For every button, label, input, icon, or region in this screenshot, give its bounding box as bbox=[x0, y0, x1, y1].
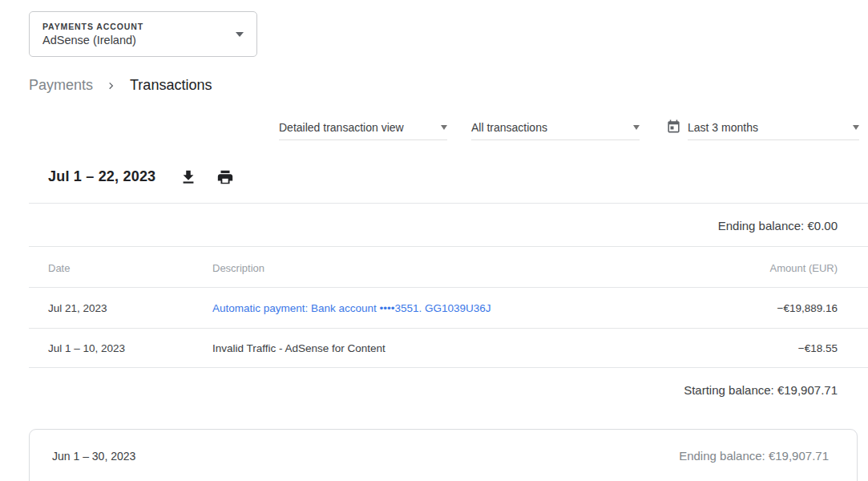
transaction-type-value: All transactions bbox=[471, 121, 547, 134]
chevron-down-icon bbox=[853, 125, 859, 130]
transaction-type-dropdown[interactable]: All transactions bbox=[471, 115, 640, 140]
calendar-icon bbox=[666, 119, 681, 134]
period-title: Jul 1 – 22, 2023 bbox=[48, 168, 155, 185]
breadcrumb: Payments Transactions bbox=[29, 77, 212, 94]
transaction-description-link[interactable]: Automatic payment: Bank account ••••3551… bbox=[212, 302, 491, 314]
column-header-amount: Amount (EUR) bbox=[769, 262, 838, 274]
chevron-down-icon bbox=[236, 32, 244, 37]
chevron-down-icon bbox=[633, 125, 640, 130]
divider bbox=[29, 328, 868, 329]
divider bbox=[29, 246, 868, 247]
table-row-amount: −€19,889.16 bbox=[777, 302, 838, 314]
divider bbox=[29, 203, 868, 204]
payments-account-selector[interactable]: PAYMENTS ACCOUNT AdSense (Ireland) bbox=[29, 11, 257, 57]
table-row-amount: −€18.55 bbox=[798, 342, 838, 354]
previous-period-ending-balance: Ending balance: €19,907.71 bbox=[679, 449, 829, 463]
payments-account-label: PAYMENTS ACCOUNT bbox=[42, 22, 236, 31]
column-header-description: Description bbox=[212, 262, 264, 274]
table-row-date: Jul 21, 2023 bbox=[48, 302, 107, 314]
table-row-date: Jul 1 – 10, 2023 bbox=[48, 342, 125, 354]
download-button[interactable] bbox=[180, 168, 197, 186]
breadcrumb-current: Transactions bbox=[130, 77, 212, 94]
chevron-down-icon bbox=[441, 125, 447, 130]
transaction-view-dropdown[interactable]: Detailed transaction view bbox=[279, 115, 447, 140]
column-header-date: Date bbox=[48, 262, 70, 274]
divider bbox=[29, 287, 868, 288]
printer-icon bbox=[216, 168, 234, 186]
ending-balance: Ending balance: €0.00 bbox=[718, 219, 838, 232]
print-button[interactable] bbox=[216, 168, 234, 186]
date-range-value: Last 3 months bbox=[688, 121, 758, 134]
transaction-view-value: Detailed transaction view bbox=[279, 121, 404, 134]
breadcrumb-payments-link[interactable]: Payments bbox=[29, 77, 93, 94]
payments-account-texts: PAYMENTS ACCOUNT AdSense (Ireland) bbox=[42, 22, 236, 46]
previous-period-card[interactable]: Jun 1 – 30, 2023 Ending balance: €19,907… bbox=[29, 429, 858, 481]
transactions-page: PAYMENTS ACCOUNT AdSense (Ireland) Payme… bbox=[0, 0, 868, 481]
table-row-description: Invalid Traffic - AdSense for Content bbox=[212, 342, 386, 354]
chevron-right-icon bbox=[104, 79, 119, 93]
starting-balance: Starting balance: €19,907.71 bbox=[684, 383, 838, 397]
divider bbox=[29, 367, 868, 368]
download-icon bbox=[180, 168, 197, 186]
payments-account-value: AdSense (Ireland) bbox=[42, 34, 236, 46]
previous-period-title: Jun 1 – 30, 2023 bbox=[52, 450, 135, 463]
date-range-dropdown[interactable]: Last 3 months bbox=[688, 115, 859, 140]
previous-period-row: Jun 1 – 30, 2023 Ending balance: €19,907… bbox=[30, 430, 857, 463]
